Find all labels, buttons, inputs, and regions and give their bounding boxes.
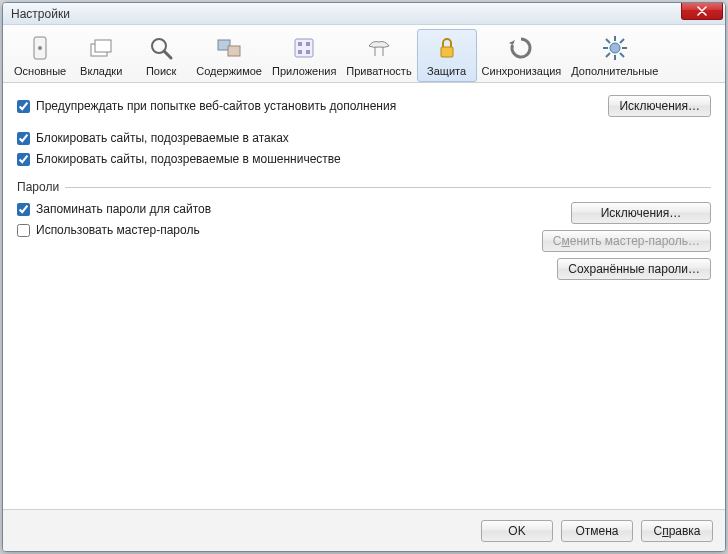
remember-passwords-label: Запоминать пароли для сайтов (36, 202, 211, 216)
tab-sync-label: Синхронизация (482, 65, 562, 77)
svg-rect-9 (298, 42, 302, 46)
search-icon (145, 32, 177, 64)
svg-point-1 (38, 46, 42, 50)
window-title: Настройки (11, 7, 70, 21)
titlebar: Настройки (3, 3, 725, 25)
tab-general-label: Основные (14, 65, 66, 77)
block-attacks-checkbox[interactable] (17, 132, 30, 145)
dialog-footer: OK Отмена Справка (3, 509, 725, 551)
svg-rect-12 (306, 50, 310, 54)
tab-general[interactable]: Основные (9, 29, 71, 82)
svg-rect-8 (295, 39, 313, 57)
block-fraud-checkbox[interactable] (17, 153, 30, 166)
master-password-checkbox[interactable] (17, 224, 30, 237)
privacy-icon (363, 32, 395, 64)
svg-rect-11 (298, 50, 302, 54)
passwords-section-divider: Пароли (17, 180, 711, 194)
sync-icon (505, 32, 537, 64)
remember-passwords-checkbox[interactable] (17, 203, 30, 216)
content-pane: Предупреждать при попытке веб-сайтов уст… (3, 83, 725, 509)
settings-window: Настройки Основные Вкладки Поиск (2, 2, 726, 552)
saved-passwords-button[interactable]: Сохранённые пароли… (557, 258, 711, 280)
tab-tabs[interactable]: Вкладки (71, 29, 131, 82)
tabs-icon (85, 32, 117, 64)
svg-line-19 (606, 39, 610, 43)
applications-icon (288, 32, 320, 64)
svg-line-20 (620, 53, 624, 57)
tab-security[interactable]: Защита (417, 29, 477, 82)
help-button[interactable]: Справка (641, 520, 713, 542)
svg-line-22 (606, 53, 610, 57)
tab-sync[interactable]: Синхронизация (477, 29, 567, 82)
tab-search-label: Поиск (146, 65, 176, 77)
svg-line-5 (164, 51, 171, 58)
tab-content-label: Содержимое (196, 65, 262, 77)
svg-point-14 (610, 43, 620, 53)
tab-security-label: Защита (427, 65, 466, 77)
tab-search[interactable]: Поиск (131, 29, 191, 82)
tab-privacy-label: Приватность (346, 65, 411, 77)
svg-rect-7 (228, 46, 240, 56)
close-icon (697, 6, 707, 16)
passwords-exceptions-button[interactable]: Исключения… (571, 202, 711, 224)
svg-rect-10 (306, 42, 310, 46)
svg-rect-3 (95, 40, 111, 52)
security-icon (431, 32, 463, 64)
tab-content[interactable]: Содержимое (191, 29, 267, 82)
close-button[interactable] (681, 2, 723, 20)
tab-applications[interactable]: Приложения (267, 29, 341, 82)
svg-line-21 (620, 39, 624, 43)
passwords-section-label: Пароли (17, 180, 59, 194)
svg-rect-13 (441, 47, 453, 57)
block-attacks-label: Блокировать сайты, подозреваемые в атака… (36, 131, 289, 145)
warn-addons-checkbox[interactable] (17, 100, 30, 113)
general-icon (24, 32, 56, 64)
tab-tabs-label: Вкладки (80, 65, 122, 77)
advanced-icon (599, 32, 631, 64)
ok-button[interactable]: OK (481, 520, 553, 542)
content-icon (213, 32, 245, 64)
addons-exceptions-button[interactable]: Исключения… (608, 95, 711, 117)
tab-privacy[interactable]: Приватность (341, 29, 416, 82)
warn-addons-label: Предупреждать при попытке веб-сайтов уст… (36, 99, 396, 113)
block-fraud-label: Блокировать сайты, подозреваемые в мошен… (36, 152, 341, 166)
tab-applications-label: Приложения (272, 65, 336, 77)
master-password-label: Использовать мастер-пароль (36, 223, 200, 237)
tab-advanced[interactable]: Дополнительные (566, 29, 663, 82)
change-master-password-button: Сменить мастер-пароль… (542, 230, 711, 252)
toolbar: Основные Вкладки Поиск Содержимое (3, 25, 725, 83)
tab-advanced-label: Дополнительные (571, 65, 658, 77)
cancel-button[interactable]: Отмена (561, 520, 633, 542)
